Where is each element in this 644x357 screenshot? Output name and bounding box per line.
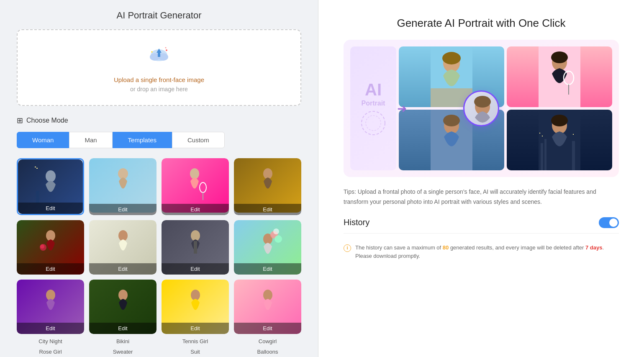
label-cowgirl: Cowgirl [234,338,301,344]
mode-tabs: Woman Man Templates Custom [17,132,301,148]
tab-custom[interactable]: Custom [172,132,225,148]
info-icon-label: i [346,244,348,252]
label-tennis-girl: Tennis Girl [162,338,229,344]
right-title: Generate AI Portrait with One Click [344,17,619,30]
svg-point-26 [275,235,282,243]
gallery-item-cowgirl[interactable]: Edit [234,158,301,215]
label-sweater: Sweater [89,349,157,355]
gallery-labels-row2: Rose Girl Sweater Suit Balloons [17,346,301,355]
svg-rect-9 [36,191,39,203]
history-info-middle: generated results, and every image will … [449,244,585,251]
label-bikini: Bikini [89,338,157,344]
collage-img-tennis [507,46,612,107]
edit-overlay-tennis[interactable]: Edit [162,204,229,215]
svg-point-33 [366,116,381,131]
gallery-item-city-night[interactable]: Edit [17,158,84,215]
svg-rect-11 [36,168,38,169]
collage-ai-label: AI [365,81,382,98]
svg-point-15 [200,182,206,193]
svg-point-56 [551,115,568,126]
history-max: 80 [443,244,449,251]
arrow-right: ➜ [397,102,407,116]
svg-point-44 [474,96,491,108]
history-toggle[interactable] [599,217,619,228]
gallery-item-sweater[interactable]: Edit [89,220,157,275]
toggle-knob [609,218,618,227]
collage-img-night [507,110,612,170]
svg-point-20 [40,244,44,249]
choose-mode-section: ⊞ Choose Mode [17,116,301,125]
svg-rect-49 [541,143,543,170]
choose-mode-label: Choose Mode [26,117,68,124]
upload-main-text: Upload a single front-face image [30,76,288,83]
edit-overlay-pink-flowers[interactable]: Edit [234,323,301,334]
collage-portrait-label: Portrait [362,100,385,107]
svg-point-7 [165,47,167,49]
collage-grid: AI Portrait [350,46,612,170]
edit-overlay-cowgirl[interactable]: Edit [234,204,301,215]
tab-man[interactable]: Man [69,132,112,148]
svg-rect-10 [35,167,36,167]
svg-rect-4 [158,53,160,57]
svg-point-27 [273,229,279,234]
edit-overlay-city-night[interactable]: Edit [18,203,83,214]
svg-point-12 [46,170,56,182]
left-panel: AI Portrait Generator Upload a single fr… [0,0,318,357]
history-info-text: The history can save a maximum of 80 gen… [355,244,619,261]
svg-point-6 [151,51,153,53]
edit-overlay-petal-skirt[interactable]: Edit [162,323,229,334]
label-balloons: Balloons [234,349,301,355]
gallery-item-pink-flowers[interactable]: Edit [234,280,301,334]
gallery-item-tennis[interactable]: Edit [162,158,229,215]
edit-overlay-bikini[interactable]: Edit [89,204,157,215]
mode-icon: ⊞ [17,116,23,125]
gallery-item-balloons[interactable]: Edit [234,220,301,275]
svg-point-5 [166,49,167,51]
gallery-item-petal-skirt[interactable]: Edit [162,280,229,334]
svg-rect-51 [572,141,575,170]
label-suit: Suit [162,349,229,355]
history-info-prefix: The history can save a maximum of [355,244,443,251]
upload-sub-text: or drop an image here [30,86,288,92]
edit-overlay-balloons[interactable]: Edit [234,263,301,275]
tab-woman[interactable]: Woman [17,132,69,148]
tips-text: Tips: Upload a frontal photo of a single… [344,187,619,207]
history-label: History [344,218,369,227]
svg-rect-50 [544,139,547,170]
collage-dashed-circles [357,110,390,136]
svg-rect-23 [194,241,197,254]
gallery-item-bikini[interactable]: Edit [89,158,157,215]
center-portrait [463,90,499,126]
tab-templates[interactable]: Templates [113,132,172,148]
gallery-item-rose-girl[interactable]: Edit [17,220,84,275]
edit-overlay-purple-flowers[interactable]: Edit [17,323,84,334]
edit-overlay-suit[interactable]: Edit [162,263,229,275]
page-title: AI Portrait Generator [17,10,301,21]
history-info: i The history can save a maximum of 80 g… [344,244,619,261]
upload-icon [30,43,288,71]
svg-point-32 [362,111,385,135]
right-panel: Generate AI Portrait with One Click AI P… [318,0,644,357]
gallery-grid: Edit Edit Edit [17,158,301,334]
gallery-labels-row1: City Night Bikini Tennis Girl Cowgirl [17,336,301,344]
collage-ai-text: AI Portrait [350,46,396,170]
preview-collage-container: AI Portrait [344,40,619,177]
label-rose-girl: Rose Girl [17,349,84,355]
svg-rect-53 [542,136,543,136]
info-icon: i [344,244,351,252]
svg-rect-52 [539,133,540,134]
svg-point-47 [443,115,460,126]
gallery-item-tattoo[interactable]: Edit [89,280,157,334]
svg-point-37 [442,52,461,64]
upload-area[interactable]: Upload a single front-face image or drop… [17,29,301,106]
gallery-item-suit[interactable]: Edit [162,220,229,275]
gallery-item-purple-flowers[interactable]: Edit [17,280,84,334]
edit-overlay-tattoo[interactable]: Edit [89,323,157,334]
edit-overlay-rose-girl[interactable]: Edit [17,263,84,275]
label-city-night: City Night [17,338,84,344]
svg-rect-54 [573,134,574,135]
edit-overlay-sweater[interactable]: Edit [89,263,157,275]
svg-point-42 [551,51,568,63]
history-row: History [344,217,619,234]
history-days: 7 days [585,244,602,251]
